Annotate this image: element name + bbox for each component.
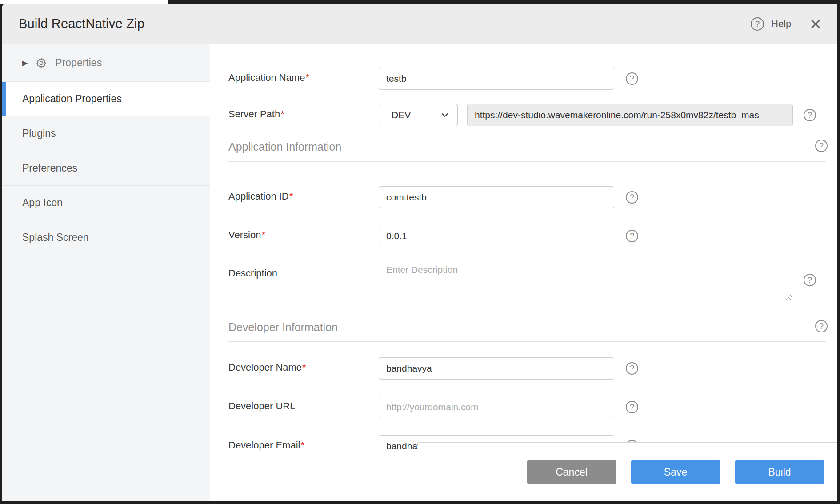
server-path-select[interactable]: DEV xyxy=(379,104,458,126)
description-help-icon[interactable]: ? xyxy=(804,274,816,286)
dialog-title: Build ReactNative Zip xyxy=(19,16,144,31)
form-panel: Application Name* ? Server Path* DEV htt… xyxy=(210,44,837,501)
header-actions: ? Help × xyxy=(751,17,821,31)
version-input[interactable] xyxy=(379,225,614,247)
section-divider xyxy=(228,341,826,342)
close-icon[interactable]: × xyxy=(810,17,821,31)
developer-name-help-icon[interactable]: ? xyxy=(626,362,638,375)
developer-url-help-icon[interactable]: ? xyxy=(626,401,638,413)
sidebar-item-plugins[interactable]: Plugins xyxy=(2,116,210,151)
required-asterisk: * xyxy=(280,108,284,120)
developer-name-label: Developer Name* xyxy=(228,362,306,373)
sidebar-item-label: Properties xyxy=(55,57,102,69)
application-id-label: Application ID* xyxy=(228,191,293,202)
description-textarea[interactable] xyxy=(379,259,793,301)
sidebar-item-splash-screen[interactable]: Splash Screen xyxy=(2,220,210,255)
developer-information-section-title: Developer Information xyxy=(228,321,338,334)
help-label[interactable]: Help xyxy=(771,18,791,30)
section-divider xyxy=(228,161,826,162)
dialog-header: Build ReactNative Zip ? Help × xyxy=(2,4,837,44)
server-path-selected-option: DEV xyxy=(392,110,411,120)
cancel-button[interactable]: Cancel xyxy=(527,460,616,484)
server-path-label: Server Path* xyxy=(228,108,284,120)
caret-right-icon: ▶ xyxy=(22,59,28,67)
server-path-help-icon[interactable]: ? xyxy=(804,109,816,121)
sidebar-item-label: Plugins xyxy=(22,128,56,140)
dialog-footer: Cancel Save Build xyxy=(418,442,837,501)
sidebar: ▶ Properties Application Properties Plug… xyxy=(2,44,210,501)
developer-url-input[interactable] xyxy=(379,396,614,418)
build-button[interactable]: Build xyxy=(735,460,824,484)
build-reactnative-zip-dialog: Build ReactNative Zip ? Help × ▶ Propert… xyxy=(2,4,837,501)
dialog-body: ▶ Properties Application Properties Plug… xyxy=(2,44,837,501)
description-label: Description xyxy=(228,268,277,279)
gear-icon xyxy=(36,57,47,69)
sidebar-item-application-properties[interactable]: Application Properties xyxy=(2,82,210,116)
developer-email-label: Developer Email* xyxy=(228,440,304,451)
required-asterisk: * xyxy=(302,362,306,373)
sidebar-item-label: Preferences xyxy=(22,162,77,174)
help-icon[interactable]: ? xyxy=(751,17,764,31)
version-help-icon[interactable]: ? xyxy=(626,230,638,242)
server-url-readonly-field: https://dev-studio.wavemakeronline.com/r… xyxy=(467,104,793,126)
required-asterisk: * xyxy=(305,72,309,83)
application-name-label: Application Name* xyxy=(228,72,309,84)
application-name-input[interactable] xyxy=(379,68,614,90)
developer-name-input[interactable] xyxy=(379,357,614,380)
required-asterisk: * xyxy=(289,191,293,202)
required-asterisk: * xyxy=(300,440,304,451)
developer-information-help-icon[interactable]: ? xyxy=(815,320,828,332)
required-asterisk: * xyxy=(261,229,265,240)
application-id-input[interactable] xyxy=(379,186,614,208)
developer-url-label: Developer URL xyxy=(228,400,295,412)
application-information-help-icon[interactable]: ? xyxy=(815,140,828,152)
form-content: Application Name* ? Server Path* DEV htt… xyxy=(210,44,837,501)
save-button[interactable]: Save xyxy=(631,460,720,484)
application-name-help-icon[interactable]: ? xyxy=(626,72,638,85)
sidebar-item-preferences[interactable]: Preferences xyxy=(2,151,210,186)
application-id-help-icon[interactable]: ? xyxy=(626,191,638,204)
sidebar-item-app-icon[interactable]: App Icon xyxy=(2,186,210,220)
chevron-down-icon xyxy=(440,111,449,120)
application-information-section-title: Application Information xyxy=(228,140,341,153)
sidebar-item-properties[interactable]: ▶ Properties xyxy=(2,44,210,82)
version-label: Version* xyxy=(228,229,265,241)
sidebar-item-label: Application Properties xyxy=(22,93,122,105)
sidebar-item-label: App Icon xyxy=(22,197,63,209)
sidebar-item-label: Splash Screen xyxy=(22,232,89,244)
